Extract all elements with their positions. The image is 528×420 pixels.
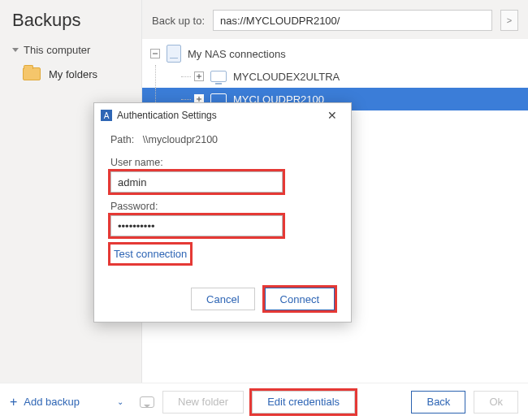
tree-item-label: MYCLOUDEX2ULTRA [233,71,340,83]
tree-item-mycloudex2ultra[interactable]: MYCLOUDEX2ULTRA [142,65,528,88]
chevron-down-icon: ⌄ [117,397,123,406]
topbar: Back up to: > [142,0,528,39]
plus-icon: + [10,395,17,409]
cancel-button[interactable]: Cancel [191,288,254,310]
computer-icon [210,71,227,82]
path-go-button[interactable]: > [500,10,518,31]
page-title: Backups [0,0,141,39]
new-folder-button: New folder [162,391,244,414]
bottombar: + Add backup ⌄ New folder Edit credentia… [0,383,528,420]
password-row: Password: [110,201,335,236]
password-input[interactable] [110,215,283,236]
sidebar-group-label: This computer [24,44,90,56]
username-row: User name: [110,157,335,193]
back-button[interactable]: Back [411,391,465,414]
backup-path-input[interactable] [213,10,492,31]
sidebar-item-my-folders[interactable]: My folders [0,61,141,87]
close-icon: ✕ [327,109,337,122]
tree-root-nas[interactable]: My NAS connections [142,42,528,65]
username-label: User name: [110,157,335,168]
tree-connector-icon [181,76,191,77]
close-button[interactable]: ✕ [320,103,344,128]
folder-icon [23,67,41,80]
path-label: Path: [110,134,134,145]
tree-root-label: My NAS connections [188,48,286,60]
dialog-path-row: Path: \\mycloudpr2100 [110,134,335,145]
sidebar-group-this-computer[interactable]: This computer [0,39,141,61]
tree-toggle-icon[interactable] [194,71,204,81]
comment-icon[interactable] [140,396,154,408]
path-value: \\mycloudpr2100 [143,134,218,145]
password-label: Password: [110,201,335,212]
ok-button: Ok [474,391,518,414]
sidebar-item-label: My folders [49,68,97,80]
dialog-titlebar: A Authentication Settings ✕ [94,103,351,128]
nas-icon [167,45,181,63]
test-connection-link[interactable]: Test connection [110,245,190,263]
chevron-down-icon [12,48,19,52]
backup-to-label: Back up to: [152,15,205,27]
dialog-body: Path: \\mycloudpr2100 User name: Passwor… [94,128,351,276]
dialog-footer: Cancel Connect [94,276,351,322]
dialog-title: Authentication Settings [117,110,217,121]
username-input[interactable] [110,171,283,193]
tree-toggle-icon[interactable] [150,49,160,58]
tree-connector-icon [181,99,191,100]
add-backup-label: Add backup [24,396,80,408]
connect-button[interactable]: Connect [265,288,335,310]
edit-credentials-button[interactable]: Edit credentials [252,391,355,414]
add-backup-button[interactable]: + Add backup ⌄ [10,395,123,409]
auth-settings-dialog: A Authentication Settings ✕ Path: \\mycl… [93,102,352,323]
app-icon: A [101,110,112,121]
